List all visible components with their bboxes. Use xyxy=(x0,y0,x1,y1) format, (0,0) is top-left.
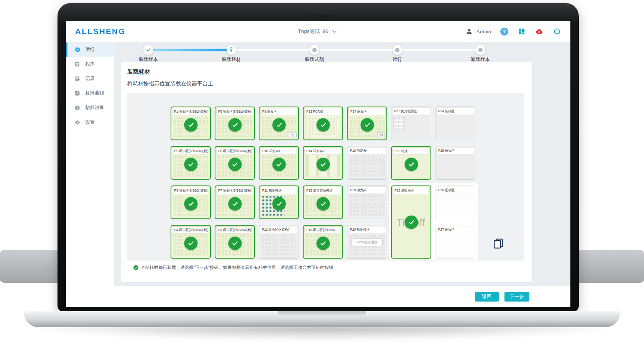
plate-P6[interactable]: P6 吸头区(8/16/24道枪) xyxy=(215,146,255,180)
user-menu[interactable]: Admin xyxy=(465,27,491,36)
step-label: 卸载样本 xyxy=(453,56,507,63)
sidebar-item-uv-disinfect[interactable]: 紫外消毒 xyxy=(66,100,114,115)
plate-P26[interactable]: P26 废板区 xyxy=(435,185,475,219)
plate-label: P9 新板区 xyxy=(261,108,297,115)
plate-P9[interactable]: P9 新板区x1 xyxy=(259,107,299,140)
footer-actions: 返回 下一步 xyxy=(114,286,570,307)
plate-P27[interactable]: P27 废板区 xyxy=(435,225,475,259)
user-icon xyxy=(465,27,473,36)
step-label: 装载耗材 xyxy=(205,56,258,63)
plate-label: P13 PCR仪 xyxy=(305,108,341,115)
program-icon xyxy=(74,61,80,67)
laptop-keyboard-deck xyxy=(24,311,620,327)
plate-P18[interactable]: P18 PCR板 xyxy=(347,146,387,180)
loaded-check-icon xyxy=(316,237,330,250)
plate-label: P11 制冷模块 xyxy=(261,187,297,194)
plate-label: P26 废板区 xyxy=(437,187,474,193)
stepper: 装载样本 装载耗材 装载试剂 运行 xyxy=(114,42,570,62)
plate-P22[interactable]: P22 特殊 xyxy=(391,146,431,180)
laptop-lid-notch xyxy=(278,311,366,317)
plate-P4[interactable]: P4 吸头区(8/16/24道枪) xyxy=(171,225,211,259)
plate-label: P12 吸头区(X道枪) xyxy=(260,226,297,233)
well-grid xyxy=(349,155,385,177)
step-pending-dot xyxy=(395,48,399,52)
plate-P15[interactable]: P15 加热震荡模块 xyxy=(303,185,343,219)
consumables-info-button[interactable] xyxy=(492,238,504,250)
plate-label: P8 吸头区(8/16/24道枪) xyxy=(217,227,253,233)
loaded-check-icon xyxy=(184,118,197,132)
step-unload-samples[interactable]: 卸载样本 xyxy=(453,45,507,63)
user-name: Admin xyxy=(476,29,491,34)
plate-P20[interactable]: P20 制冷模块P20 制冷模块 xyxy=(347,225,387,259)
plate-P7[interactable]: P7 吸头区(8/16/24道枪) xyxy=(215,185,255,219)
count-badge: x1 xyxy=(289,132,297,138)
power-icon[interactable] xyxy=(553,27,561,36)
detector-strip xyxy=(393,116,405,130)
plate-P21[interactable]: P21 荧光检测区 xyxy=(391,107,431,140)
plate-P19[interactable]: P19 磁力架 xyxy=(347,185,387,219)
chevron-down-icon xyxy=(330,27,338,36)
step-run[interactable]: 运行 xyxy=(371,45,424,63)
sidebar-item-records[interactable]: 记录 xyxy=(66,71,114,86)
back-button[interactable]: 返回 xyxy=(475,292,499,302)
loaded-check-icon xyxy=(404,158,418,171)
plate-label: P4 吸头区(8/16/24道枪) xyxy=(172,227,209,233)
status-note: 全部耗材都已装载，请选择“下一步”按钮。如果您想查看所有耗材信息，请选择工作台右… xyxy=(127,265,524,271)
plate-P17[interactable]: P17 新板区x3 xyxy=(347,107,387,140)
run-title-dropdown[interactable]: Tngs测试_96 xyxy=(298,27,338,36)
sidebar-item-run[interactable]: 运行 xyxy=(66,42,114,57)
loaded-check-icon xyxy=(272,158,286,171)
sidebar-label: 设置 xyxy=(85,119,95,126)
plate-label: P18 PCR板 xyxy=(348,148,386,154)
sidebar-item-program[interactable]: 程序 xyxy=(66,57,114,71)
plate-P5[interactable]: P5 吸头区(8/16/24道枪) xyxy=(215,107,255,140)
sidebar-label: 程序 xyxy=(85,61,95,67)
plate-label: P2 吸头区(8/16/24道枪) xyxy=(172,148,209,154)
plate-P3[interactable]: P3 吸头区(8/16/24道枪) xyxy=(171,185,211,219)
loaded-check-icon xyxy=(184,158,197,171)
loaded-check-icon xyxy=(228,237,242,250)
plate-P16[interactable]: P16 吸头区(8/16/24... xyxy=(303,225,343,259)
loaded-check-icon xyxy=(228,118,242,132)
plate-label: P10 试剂架1 xyxy=(261,148,297,154)
step-load-consumables[interactable]: 装载耗材 xyxy=(205,45,258,63)
plate-P12[interactable]: P12 吸头区(X道枪) xyxy=(259,225,299,259)
plate-label: P16 吸头区(8/16/24... xyxy=(305,227,341,233)
run-play-icon xyxy=(74,46,80,53)
sidebar-item-standard-curve[interactable]: 标准曲线 xyxy=(66,86,114,100)
plate-P10[interactable]: P10 试剂架1 xyxy=(259,146,299,180)
plate-P25[interactable]: P25 新板区 xyxy=(435,146,475,180)
app-window: ALLSHENG Tngs测试_96 Admin ? xyxy=(66,21,570,307)
plate-P11[interactable]: P11 制冷模块 xyxy=(259,185,299,219)
step-done-check-icon xyxy=(145,47,151,53)
help-icon[interactable]: ? xyxy=(500,28,508,36)
loaded-check-icon xyxy=(360,118,374,132)
laptop-base-left xyxy=(0,250,59,283)
plate-P8[interactable]: P8 吸头区(8/16/24道枪) xyxy=(215,225,255,259)
cloud-offline-icon[interactable] xyxy=(535,27,544,36)
step-label: 装载试剂 xyxy=(288,56,341,63)
sidebar-item-settings[interactable]: 设置 xyxy=(66,115,114,130)
note-text: 全部耗材都已装载，请选择“下一步”按钮。如果您想查看所有耗材信息，请选择工作台右… xyxy=(141,265,333,271)
step-pending-dot xyxy=(478,48,483,52)
plate-label: P22 特殊 xyxy=(393,148,429,154)
module-inner-label: P20 制冷模块 xyxy=(352,238,383,246)
plate-P2[interactable]: P2 吸头区(8/16/24道枪) xyxy=(171,146,211,180)
plate-P14[interactable]: P14 试剂架2 xyxy=(303,146,343,180)
loaded-check-icon xyxy=(184,197,197,211)
plate-P23[interactable]: P23 退吸头区Tip off xyxy=(391,185,431,259)
plate-P24[interactable]: P24 新板区 xyxy=(435,107,475,140)
loaded-check-icon xyxy=(272,118,286,132)
step-load-reagents[interactable]: 装载试剂 xyxy=(288,45,341,63)
apps-grid-icon[interactable] xyxy=(518,27,526,36)
plate-P13[interactable]: P13 PCR仪 xyxy=(303,107,343,140)
loaded-check-icon xyxy=(272,197,286,211)
plate-label: P21 荧光检测区 xyxy=(393,108,430,115)
step-pending-dot xyxy=(312,48,317,52)
laptop-mockup: ALLSHENG Tngs测试_96 Admin ? xyxy=(0,0,644,364)
uv-disinfect-icon xyxy=(74,105,80,111)
loaded-check-icon xyxy=(404,215,418,229)
plate-P1[interactable]: P1 吸头区(8/16/24道枪) xyxy=(171,107,211,140)
next-button[interactable]: 下一步 xyxy=(504,292,530,302)
step-load-samples[interactable]: 装载样本 xyxy=(122,45,175,63)
